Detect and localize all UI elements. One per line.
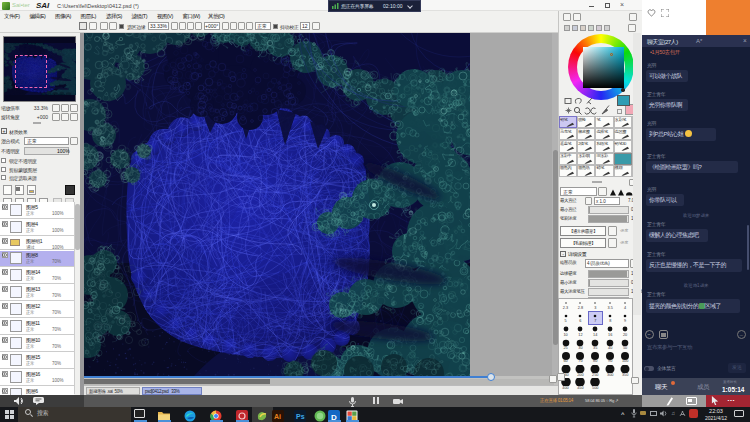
svg-text:Ai: Ai	[274, 413, 281, 420]
svg-text:Ps: Ps	[296, 413, 305, 420]
